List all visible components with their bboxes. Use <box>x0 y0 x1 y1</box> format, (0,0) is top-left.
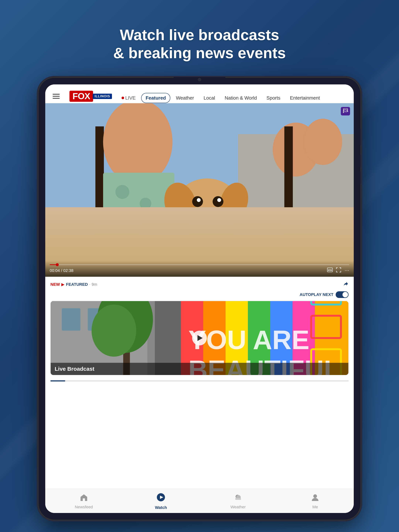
nav-watch-label: Watch <box>155 505 167 510</box>
tablet-top-bar <box>174 77 225 82</box>
video-thumbnail-dog <box>45 103 354 277</box>
svg-rect-37 <box>62 308 80 331</box>
svg-rect-25 <box>190 225 225 230</box>
tablet-device: FOX ILLINOIS LIVE Featured Weather Local <box>38 77 361 520</box>
nav-item-newsfeed[interactable]: Newsfeed <box>45 493 122 509</box>
svg-point-6 <box>103 103 172 184</box>
svg-rect-4 <box>284 126 293 273</box>
tab-local-label: Local <box>203 95 215 101</box>
tab-local[interactable]: Local <box>200 93 219 103</box>
article-meta: NEW ▶ FEATURED · 9m <box>45 277 354 290</box>
video-card-title: Live Broadcast <box>55 366 94 372</box>
article-age: 9m <box>92 282 97 287</box>
play-button-overlay[interactable] <box>192 331 207 345</box>
tab-weather[interactable]: Weather <box>172 93 198 103</box>
fox-illinois-text: ILLINOIS <box>93 94 112 99</box>
bottom-nav: Newsfeed Watch <box>45 489 354 513</box>
video-card-thumbnail: YOU ARE BEAUTIFUL Live Broadcast <box>51 301 348 375</box>
video-time-display: 00:04 / 02:38 <box>50 268 73 273</box>
fullscreen-icon[interactable] <box>336 267 341 274</box>
share-button[interactable] <box>343 281 348 288</box>
tab-nation-world-label: Nation & World <box>225 95 257 101</box>
svg-point-21 <box>200 215 216 238</box>
tab-sports-label: Sports <box>266 95 280 101</box>
nav-item-me[interactable]: Me <box>277 493 354 509</box>
tab-live-label: LIVE <box>125 95 136 101</box>
svg-rect-31 <box>328 269 332 270</box>
svg-point-20 <box>200 210 216 220</box>
volume-up-button[interactable] <box>360 155 361 168</box>
toggle-knob <box>342 292 348 298</box>
nav-item-weather[interactable]: Weather <box>200 493 277 509</box>
cast-icon[interactable] <box>341 107 350 115</box>
video-progress-dot <box>56 263 59 266</box>
svg-rect-62 <box>235 498 241 500</box>
more-options-icon[interactable]: ⋯ <box>344 268 349 273</box>
tab-featured-label: Featured <box>146 95 166 101</box>
app-header: FOX ILLINOIS LIVE Featured Weather Local <box>45 84 354 103</box>
live-dot-icon <box>121 97 124 99</box>
svg-point-9 <box>140 198 151 209</box>
svg-rect-30 <box>330 270 332 271</box>
svg-point-10 <box>126 211 142 227</box>
scroll-indicator-bar <box>51 380 65 381</box>
tag-arrow-icon: ▶ <box>61 282 64 287</box>
video-time-row: 00:04 / 02:38 <box>50 267 349 274</box>
tab-featured[interactable]: Featured <box>141 93 170 103</box>
svg-point-8 <box>115 185 129 199</box>
tag-featured: FEATURED <box>66 282 88 287</box>
autoplay-label: AUTOPLAY NEXT <box>300 292 333 297</box>
svg-point-18 <box>197 198 201 202</box>
watch-icon <box>156 493 165 504</box>
svg-rect-5 <box>95 126 104 273</box>
app-screen: FOX ILLINOIS LIVE Featured Weather Local <box>45 84 354 513</box>
volume-down-button[interactable] <box>360 171 361 184</box>
autoplay-row: AUTOPLAY NEXT <box>45 290 354 301</box>
video-progress-fill <box>50 264 57 265</box>
page-headline: Watch live broadcasts & breaking news ev… <box>113 26 286 62</box>
subtitle-icon[interactable] <box>327 268 333 273</box>
autoplay-toggle[interactable] <box>336 291 348 298</box>
dog-scene-svg <box>45 103 354 277</box>
svg-point-41 <box>92 305 136 357</box>
tab-live[interactable]: LIVE <box>117 93 140 103</box>
video-time-separator: / <box>61 268 63 273</box>
hamburger-line <box>53 96 60 97</box>
svg-point-3 <box>304 119 342 165</box>
video-icon-group: ⋯ <box>327 267 349 274</box>
fox-logo: FOX ILLINOIS <box>70 91 112 102</box>
nav-weather-label: Weather <box>230 505 246 509</box>
tablet-camera <box>198 78 201 81</box>
svg-point-19 <box>217 198 221 202</box>
video-total-time: 02:38 <box>63 268 73 273</box>
video-card-mural[interactable]: YOU ARE BEAUTIFUL Live Broadcast <box>51 301 348 375</box>
nav-item-watch[interactable]: Watch <box>122 493 200 510</box>
article-tags: NEW ▶ FEATURED · 9m <box>51 282 97 287</box>
tag-time: · 9m <box>89 282 97 287</box>
video-current-time: 00:04 <box>50 268 60 273</box>
video-controls: 00:04 / 02:38 <box>45 261 354 277</box>
tab-nation-world[interactable]: Nation & World <box>221 93 261 103</box>
nav-newsfeed-label: Newsfeed <box>75 505 93 509</box>
svg-point-63 <box>313 494 317 498</box>
tab-entertainment[interactable]: Entertainment <box>286 93 324 103</box>
hamburger-line <box>53 94 60 95</box>
hamburger-button[interactable] <box>53 94 60 99</box>
nav-tabs: LIVE Featured Weather Local Nation & Wor… <box>112 90 329 103</box>
app-content[interactable]: 00:04 / 02:38 <box>45 103 354 489</box>
me-icon <box>311 493 319 503</box>
tag-new: NEW <box>51 282 60 287</box>
svg-rect-29 <box>328 270 330 271</box>
weather-icon <box>234 493 242 503</box>
video-card-title-overlay: Live Broadcast <box>51 363 348 375</box>
nav-me-label: Me <box>312 505 318 509</box>
scroll-indicator <box>51 380 348 381</box>
video-progress-bar[interactable] <box>50 264 349 265</box>
power-button[interactable] <box>360 129 361 145</box>
video-player[interactable]: 00:04 / 02:38 <box>45 103 354 277</box>
tab-sports[interactable]: Sports <box>262 93 285 103</box>
home-icon <box>80 493 88 503</box>
tab-weather-label: Weather <box>176 95 194 101</box>
hamburger-line <box>53 98 60 99</box>
fox-logo-text: FOX <box>70 91 93 102</box>
